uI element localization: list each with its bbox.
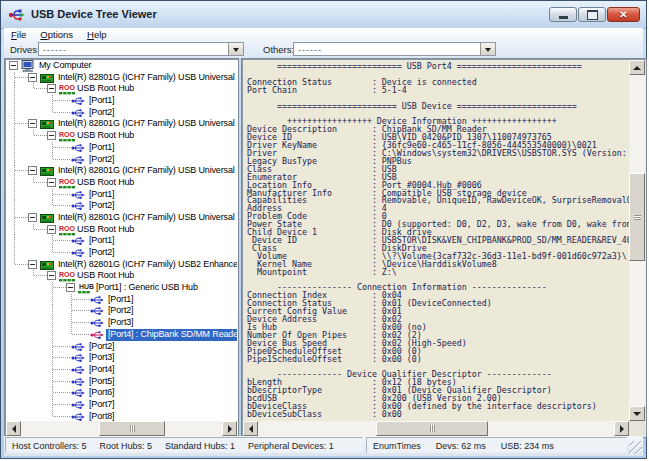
tree-item-label[interactable]: [Port3] [106,317,135,329]
others-combobox[interactable]: ------ [293,42,496,56]
collapse-toggle[interactable] [9,61,18,70]
scrollbar-track[interactable] [21,421,222,436]
tree-item-label[interactable]: [Port2] [106,305,135,317]
drives-dropdown-button[interactable] [228,43,243,55]
tree-item-label[interactable]: [Port8] [87,411,116,421]
collapse-toggle[interactable] [28,73,37,82]
menu-item-options[interactable]: Options [33,28,80,41]
scrollbar-thumb[interactable] [99,421,165,436]
scroll-up-button[interactable] [629,60,645,75]
tree-item[interactable]: My Computer [6,60,237,72]
tree-item-label[interactable]: Intel(R) 82801G (ICH7 Family) USB Univer… [56,118,237,130]
tree-item[interactable]: [Port6] [6,387,237,399]
tree-item[interactable]: Intel(R) 82801G (ICH7 Family) USB Univer… [6,165,237,177]
tree-view[interactable]: My ComputerIntel(R) 82801G (ICH7 Family)… [6,60,237,421]
tree-item-label[interactable]: USB Root Hub [75,83,136,95]
details-horizontal-scrollbar[interactable] [243,421,629,436]
tree-item[interactable]: ROOTUSB Root Hub [6,177,237,189]
tree-item-label[interactable]: USB Root Hub [75,177,136,189]
tree-item-label[interactable]: [Port1] [106,294,135,306]
tree-item[interactable]: [Port5] [6,376,237,388]
tree-item-label[interactable]: My Computer [37,60,93,72]
collapse-toggle[interactable] [66,283,75,292]
tree-item-label[interactable]: [Port4] : ChipBank SD/MM Reader - Z:\ [106,329,237,341]
tree-item-label[interactable]: USB Root Hub [75,224,136,236]
tree-item-label[interactable]: [Port2] [87,341,116,353]
tree-item-label[interactable]: Intel(R) 82801G (ICH7 Family) USB Univer… [56,165,237,177]
tree-item[interactable]: [Port4] [6,364,237,376]
scroll-right-button[interactable] [614,421,629,436]
scroll-left-button[interactable] [243,421,258,436]
tree-item-label[interactable]: [Port3] [87,352,116,364]
collapse-toggle[interactable] [47,225,56,234]
close-button[interactable]: ✕ [607,7,640,22]
collapse-toggle[interactable] [28,166,37,175]
scroll-right-button[interactable] [222,421,237,436]
scrollbar-thumb[interactable] [629,173,645,261]
tree-item-label[interactable]: [Port4] [87,364,116,376]
drives-combobox[interactable]: ------ [38,42,244,56]
tree-item[interactable]: [Port2] [6,341,237,353]
tree-item[interactable]: [Port2] [6,247,237,259]
collapse-toggle[interactable] [28,260,37,269]
tree-item[interactable]: [Port1] [6,142,237,154]
tree-item[interactable]: ROOTUSB Root Hub [6,224,237,236]
tree-item[interactable]: ROOTUSB Root Hub [6,130,237,142]
tree-item-label[interactable]: USB Root Hub [75,270,136,282]
tree-item[interactable]: ROOTUSB Root Hub [6,83,237,95]
maximize-button[interactable] [578,7,606,22]
tree-item-label[interactable]: [Port1] : Generic USB Hub [94,282,200,294]
tree-item[interactable]: [Port2] [6,107,237,119]
tree-item[interactable]: Intel(R) 82801G (ICH7 Family) USB Univer… [6,72,237,84]
tree-item-label[interactable]: [Port1] [87,95,116,107]
tree-item[interactable]: [Port8] [6,411,237,421]
scrollbar-track[interactable] [629,75,645,406]
tree-item-label[interactable]: [Port2] [87,247,116,259]
tree-item[interactable]: [Port2] [6,200,237,212]
collapse-toggle[interactable] [28,213,37,222]
tree-item[interactable]: [Port7] [6,399,237,411]
tree-item-label[interactable]: [Port7] [87,399,116,411]
tree-item-label[interactable]: [Port1] [87,189,116,201]
collapse-toggle[interactable] [47,271,56,280]
tree-item-label[interactable]: [Port2] [87,154,116,166]
tree-item-label[interactable]: Intel(R) 82801G (ICH7 Family) USB Univer… [56,212,237,224]
tree-item[interactable]: [Port3] [6,352,237,364]
details-vertical-scrollbar[interactable] [629,60,645,421]
scrollbar-thumb[interactable] [376,421,488,436]
tree-item-label[interactable]: [Port1] [87,142,116,154]
scroll-left-button[interactable] [6,421,21,436]
tree-item[interactable]: Intel(R) 82801G (ICH7 Family) USB Univer… [6,212,237,224]
scroll-down-button[interactable] [629,406,645,421]
tree-item[interactable]: [Port2] [6,305,237,317]
minimize-button[interactable] [549,7,577,22]
tree-item[interactable]: ROOTUSB Root Hub [6,270,237,282]
collapse-toggle[interactable] [47,178,56,187]
tree-item-label[interactable]: [Port5] [87,376,116,388]
tree-item[interactable]: [Port4] : ChipBank SD/MM Reader - Z:\ [6,329,237,341]
collapse-toggle[interactable] [47,84,56,93]
tree-item-label[interactable]: [Port1] [87,235,116,247]
tree-item-label[interactable]: Intel(R) 82801G (ICH7 Family) USB2 Enhan… [56,259,237,271]
tree-item-label[interactable]: [Port2] [87,107,116,119]
tree-item-label[interactable]: USB Root Hub [75,130,136,142]
tree-item[interactable]: HUB[Port1] : Generic USB Hub [6,282,237,294]
tree-item[interactable]: Intel(R) 82801G (ICH7 Family) USB Univer… [6,118,237,130]
resize-grip[interactable] [629,441,642,454]
tree-item-label[interactable]: Intel(R) 82801G (ICH7 Family) USB Univer… [56,72,237,84]
menu-item-help[interactable]: Help [80,28,114,41]
tree-item[interactable]: Intel(R) 82801G (ICH7 Family) USB2 Enhan… [6,259,237,271]
tree-item[interactable]: [Port1] [6,235,237,247]
tree-item[interactable]: [Port1] [6,189,237,201]
tree-horizontal-scrollbar[interactable] [6,421,237,436]
menu-item-file[interactable]: File [4,28,33,41]
tree-item[interactable]: [Port3] [6,317,237,329]
collapse-toggle[interactable] [28,119,37,128]
tree-item-label[interactable]: [Port2] [87,200,116,212]
tree-item[interactable]: [Port1] [6,294,237,306]
collapse-toggle[interactable] [47,131,56,140]
tree-item[interactable]: [Port1] [6,95,237,107]
tree-item[interactable]: [Port2] [6,154,237,166]
others-dropdown-button[interactable] [480,43,495,55]
scrollbar-track[interactable] [258,421,614,436]
